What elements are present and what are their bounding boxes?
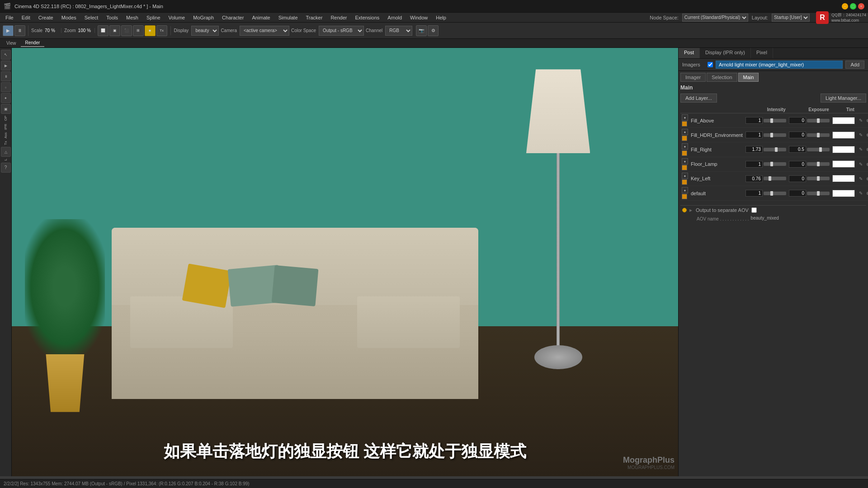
- sidebar-icon-play[interactable]: ▶: [1, 61, 11, 70]
- light-delete-5[interactable]: ⊗: [865, 190, 868, 197]
- menu-edit[interactable]: Edit: [18, 14, 34, 21]
- light-edit-1[interactable]: ✎: [858, 132, 864, 138]
- sidebar-icon-move[interactable]: ↖: [1, 50, 11, 60]
- sidebar-label-tx[interactable]: Tx: [3, 140, 9, 146]
- light-color-3[interactable]: [682, 165, 687, 170]
- intensity-input-5[interactable]: [745, 190, 763, 197]
- intensity-input-3[interactable]: [745, 161, 763, 168]
- intensity-input-4[interactable]: [745, 175, 763, 182]
- light-edit-5[interactable]: ✎: [858, 190, 864, 197]
- menu-simulate[interactable]: Simulate: [275, 14, 302, 21]
- sidebar-icon-help[interactable]: ?: [1, 163, 11, 173]
- light-color-0[interactable]: [682, 121, 687, 127]
- sidebar-label-op[interactable]: OP: [3, 115, 9, 122]
- sidebar-icon-star[interactable]: ✦: [1, 93, 11, 103]
- sidebar-label-ipr[interactable]: IPR: [3, 123, 9, 131]
- aspect-btn-1[interactable]: ⬜: [98, 25, 108, 36]
- pause-button[interactable]: ⏸: [14, 25, 25, 36]
- exposure-input-1[interactable]: [789, 131, 806, 138]
- sidebar-icon-grid[interactable]: ▣: [1, 104, 11, 114]
- menu-mograph[interactable]: MoGraph: [189, 14, 217, 21]
- light-delete-1[interactable]: ⊗: [865, 132, 868, 138]
- menu-render[interactable]: Render: [327, 14, 350, 21]
- sub-tab-imager[interactable]: Imager: [680, 73, 706, 82]
- sidebar-label-l[interactable]: L: [3, 158, 9, 161]
- channel-dropdown[interactable]: RGB: [385, 26, 412, 36]
- node-space-dropdown[interactable]: Current (Standard/Physical): [682, 14, 748, 22]
- tint-box-3[interactable]: [832, 160, 855, 168]
- menu-animate[interactable]: Animate: [248, 14, 274, 21]
- menu-create[interactable]: Create: [35, 14, 57, 21]
- light-color-2[interactable]: [682, 150, 687, 156]
- menu-window[interactable]: Window: [406, 14, 431, 21]
- layout-dropdown[interactable]: Startup [User]: [772, 14, 810, 22]
- tab-view[interactable]: View: [2, 40, 21, 47]
- aspect-btn-3[interactable]: ⬛: [121, 25, 132, 36]
- minimize-button[interactable]: −: [842, 3, 848, 9]
- tab-pixel[interactable]: Pixel: [751, 48, 773, 58]
- light-visible-3[interactable]: ●: [682, 158, 688, 164]
- tint-box-2[interactable]: [832, 146, 855, 153]
- aspect-btn-4[interactable]: ⊞: [133, 25, 144, 36]
- sub-tab-selection[interactable]: Selection: [707, 73, 737, 82]
- menu-spline[interactable]: Spline: [143, 14, 164, 21]
- intensity-slider-0[interactable]: [764, 119, 786, 122]
- color-space-dropdown[interactable]: Output - sRGB: [319, 26, 364, 36]
- exposure-input-3[interactable]: [789, 161, 806, 168]
- light-visible-0[interactable]: ●: [682, 114, 688, 121]
- intensity-input-0[interactable]: [745, 117, 763, 124]
- tint-box-4[interactable]: [832, 175, 855, 182]
- tint-box-1[interactable]: [832, 131, 855, 139]
- light-edit-3[interactable]: ✎: [858, 161, 864, 167]
- exposure-slider-2[interactable]: [807, 148, 830, 151]
- settings-btn[interactable]: ⚙: [428, 25, 439, 36]
- intensity-slider-3[interactable]: [764, 162, 786, 166]
- light-edit-2[interactable]: ✎: [858, 146, 864, 153]
- light-manager-button[interactable]: Light Manager...: [821, 94, 866, 103]
- tab-display[interactable]: Display (IPR only): [700, 48, 751, 58]
- exposure-input-0[interactable]: [789, 117, 806, 124]
- intensity-slider-1[interactable]: [764, 133, 786, 137]
- sidebar-icon-tri[interactable]: △: [1, 147, 11, 157]
- display-dropdown[interactable]: beauty: [191, 26, 219, 36]
- exposure-slider-1[interactable]: [807, 133, 830, 137]
- intensity-slider-4[interactable]: [764, 177, 786, 180]
- light-delete-3[interactable]: ⊗: [865, 161, 868, 167]
- play-button[interactable]: ▶: [3, 25, 14, 36]
- tab-post[interactable]: Post: [679, 48, 700, 58]
- menu-volume[interactable]: Volume: [165, 14, 189, 21]
- add-button[interactable]: Add: [845, 61, 864, 69]
- menu-tracker[interactable]: Tracker: [302, 14, 326, 21]
- imager-checkbox[interactable]: [708, 62, 713, 67]
- menu-arnold[interactable]: Arnold: [384, 14, 406, 21]
- tab-render[interactable]: Render: [21, 39, 45, 47]
- exposure-slider-3[interactable]: [807, 162, 830, 166]
- sidebar-label-ass[interactable]: Ass: [3, 131, 9, 139]
- exposure-slider-5[interactable]: [807, 192, 830, 195]
- exposure-input-5[interactable]: [789, 190, 806, 197]
- mode-btn-1[interactable]: ■: [145, 25, 156, 36]
- menu-modes[interactable]: Modes: [58, 14, 80, 21]
- light-visible-1[interactable]: ●: [682, 129, 688, 135]
- maximize-button[interactable]: □: [850, 3, 856, 9]
- light-delete-0[interactable]: ⊗: [865, 117, 868, 124]
- close-button[interactable]: ×: [858, 3, 864, 9]
- light-color-5[interactable]: [682, 194, 687, 199]
- light-visible-4[interactable]: ●: [682, 173, 688, 179]
- snapshot-btn[interactable]: 📷: [416, 25, 427, 36]
- light-delete-4[interactable]: ⊗: [865, 175, 868, 182]
- light-edit-4[interactable]: ✎: [858, 175, 864, 182]
- exposure-input-2[interactable]: [789, 146, 806, 153]
- sidebar-icon-obj[interactable]: ○: [1, 82, 11, 92]
- menu-file[interactable]: File: [2, 14, 17, 21]
- camera-dropdown[interactable]: <active camera>: [240, 26, 289, 36]
- menu-character[interactable]: Character: [218, 14, 247, 21]
- sub-tab-main[interactable]: Main: [738, 73, 759, 82]
- aspect-btn-2[interactable]: ▣: [109, 25, 120, 36]
- light-delete-2[interactable]: ⊗: [865, 146, 868, 153]
- intensity-input-1[interactable]: [745, 131, 763, 138]
- light-color-1[interactable]: [682, 136, 687, 141]
- light-color-4[interactable]: [682, 179, 687, 185]
- light-edit-0[interactable]: ✎: [858, 117, 864, 124]
- menu-help[interactable]: Help: [432, 14, 450, 21]
